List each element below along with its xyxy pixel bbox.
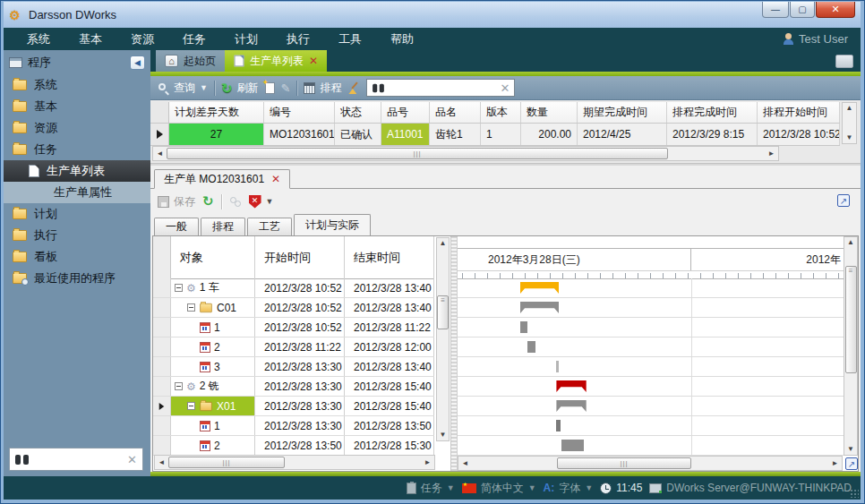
popout-icon[interactable]: ↗ bbox=[837, 194, 850, 207]
scroll-right-arrow[interactable]: ► bbox=[421, 458, 434, 466]
toolbar-search-clear-icon[interactable]: ✕ bbox=[501, 81, 510, 95]
table-hscroll-thumb[interactable]: ||| bbox=[168, 457, 285, 468]
grid-header-版本[interactable]: 版本 bbox=[481, 102, 521, 123]
status-task-button[interactable]: 任务 ▼ bbox=[407, 481, 455, 496]
font-dropdown-caret[interactable]: ▼ bbox=[585, 483, 593, 492]
gantt-vscroll-thumb[interactable]: ≡ bbox=[845, 266, 857, 373]
object-cell[interactable]: 1 bbox=[171, 416, 255, 435]
grid-header-计划差异天数[interactable]: 计划差异天数 bbox=[169, 102, 264, 123]
sidebar-item-执行[interactable]: 执行 bbox=[4, 225, 150, 246]
detail-tab[interactable]: 生产单 MO12031601 ✕ bbox=[154, 169, 290, 189]
table-horizontal-scrollbar[interactable]: ◄ ||| ► bbox=[154, 455, 435, 470]
grid-cell[interactable]: 200.00 bbox=[521, 124, 578, 145]
query-button[interactable]: 查询 ▼ bbox=[158, 81, 208, 96]
status-language-button[interactable]: 简体中文 ▼ bbox=[462, 481, 536, 496]
sidebar-search-input[interactable] bbox=[29, 452, 127, 466]
gantt-bar-task[interactable] bbox=[556, 361, 559, 372]
detail-refresh-icon[interactable]: ↻ bbox=[202, 195, 214, 208]
grid-hscroll-thumb[interactable]: ||| bbox=[167, 148, 668, 159]
expander-icon[interactable] bbox=[187, 402, 195, 410]
grid-cell[interactable]: 2012/3/28 10:52 bbox=[758, 124, 840, 145]
cancel-confirm-button[interactable]: ▼ bbox=[249, 195, 274, 209]
shield-dropdown-caret[interactable]: ▼ bbox=[266, 197, 274, 206]
window-list-icon[interactable] bbox=[835, 55, 853, 68]
object-cell[interactable]: ⚙1 车 bbox=[171, 278, 255, 297]
operation-row[interactable]: C012012/3/28 10:522012/3/28 13:40 bbox=[153, 298, 434, 318]
grid-horizontal-scrollbar[interactable]: ◄ ||| ► bbox=[152, 146, 779, 161]
scroll-right-arrow[interactable]: ► bbox=[765, 149, 778, 158]
task-dropdown-caret[interactable]: ▼ bbox=[447, 483, 455, 492]
save-button[interactable]: 保存 bbox=[158, 194, 195, 209]
gantt-bar-task[interactable] bbox=[520, 321, 527, 333]
grid-header-排程开始时间[interactable]: 排程开始时间 bbox=[758, 102, 840, 123]
close-button[interactable]: ✕ bbox=[816, 2, 855, 18]
object-cell[interactable]: 2 bbox=[171, 436, 255, 455]
subtab-排程[interactable]: 排程 bbox=[201, 218, 245, 235]
scroll-left-arrow[interactable]: ◄ bbox=[155, 458, 168, 466]
scroll-right-arrow[interactable]: ► bbox=[828, 459, 842, 467]
minimize-button[interactable]: — bbox=[762, 2, 789, 18]
object-cell[interactable]: ⚙2 铣 bbox=[171, 377, 255, 396]
scroll-left-arrow[interactable]: ◄ bbox=[153, 149, 167, 158]
sidebar-item-看板[interactable]: 看板 bbox=[4, 246, 150, 268]
user-indicator[interactable]: Test User bbox=[783, 32, 848, 46]
object-cell[interactable]: C01 bbox=[171, 298, 255, 317]
menu-item-执行[interactable]: 执行 bbox=[274, 31, 322, 47]
operation-row[interactable]: ⚙1 车2012/3/28 10:522012/3/28 13:40 bbox=[153, 278, 434, 298]
gantt-bar-task[interactable] bbox=[556, 420, 561, 431]
sidebar-item-基本[interactable]: 基本 bbox=[4, 96, 150, 117]
operation-row[interactable]: 32012/3/28 13:302012/3/28 13:40 bbox=[153, 357, 434, 377]
operation-row[interactable]: 22012/3/28 11:222012/3/28 12:00 bbox=[153, 337, 434, 357]
menu-item-系统[interactable]: 系统 bbox=[14, 31, 63, 47]
menu-item-计划[interactable]: 计划 bbox=[222, 31, 270, 47]
scroll-up-arrow[interactable]: ▲ bbox=[440, 239, 447, 248]
gantt-vertical-scrollbar[interactable]: ▲ ≡ ▼ bbox=[844, 236, 858, 456]
toolbar-search-box[interactable]: ✕ bbox=[366, 79, 515, 97]
menu-item-基本[interactable]: 基本 bbox=[66, 31, 115, 47]
edit-button[interactable]: ✎ bbox=[281, 81, 291, 95]
table-vscroll-thumb[interactable]: ≡ bbox=[437, 295, 449, 329]
scroll-down-arrow[interactable]: ▼ bbox=[846, 133, 853, 142]
grid-header-编号[interactable]: 编号 bbox=[264, 102, 335, 123]
gantt-hscroll-thumb[interactable]: ||| bbox=[557, 457, 691, 469]
sidebar-search-box[interactable]: ✕ bbox=[9, 448, 143, 471]
gantt-horizontal-scrollbar[interactable]: ◄ ||| ► bbox=[458, 456, 843, 471]
splitter-handle[interactable] bbox=[451, 236, 458, 471]
sidebar-item-最近使用的程序[interactable]: 最近使用的程序 bbox=[4, 268, 150, 289]
routing-icon[interactable] bbox=[229, 196, 242, 208]
expander-icon[interactable] bbox=[187, 303, 195, 312]
gantt-bar-task[interactable] bbox=[527, 341, 536, 353]
table-header-开始时间[interactable]: 开始时间 bbox=[255, 236, 345, 278]
object-cell[interactable]: X01 bbox=[171, 397, 255, 415]
maximize-button[interactable]: ▢ bbox=[790, 2, 815, 18]
schedule-button[interactable]: 排程 bbox=[304, 81, 341, 96]
sidebar-item-生产单属性[interactable]: 生产单属性 bbox=[4, 182, 150, 203]
scroll-up-arrow[interactable]: ▲ bbox=[847, 238, 854, 247]
tab-起始页[interactable]: ⌂起始页 bbox=[156, 50, 225, 72]
sidebar-item-任务[interactable]: 任务 bbox=[4, 139, 150, 160]
status-font-button[interactable]: A: 字体 ▼ bbox=[544, 481, 594, 496]
grid-header-品名[interactable]: 品名 bbox=[430, 102, 481, 123]
expander-icon[interactable] bbox=[175, 284, 183, 292]
grid-cell[interactable]: 2012/4/25 bbox=[578, 124, 667, 145]
object-cell[interactable]: 3 bbox=[171, 357, 255, 376]
operation-row[interactable]: ⚙2 铣2012/3/28 13:302012/3/28 15:40 bbox=[153, 377, 434, 397]
operation-row[interactable]: 12012/3/28 10:522012/3/28 11:22 bbox=[153, 318, 434, 337]
clean-button[interactable] bbox=[347, 81, 360, 94]
expander-icon[interactable] bbox=[175, 382, 183, 390]
subtab-计划与实际[interactable]: 计划与实际 bbox=[294, 214, 371, 235]
grid-cell[interactable]: MO12031601 bbox=[264, 124, 335, 145]
object-cell[interactable]: 1 bbox=[171, 318, 255, 337]
subtab-一般[interactable]: 一般 bbox=[154, 218, 199, 235]
table-header-对象[interactable]: 对象 bbox=[171, 236, 255, 278]
order-row[interactable]: 27MO12031601已确认A11001齿轮11200.002012/4/25… bbox=[150, 124, 840, 146]
grid-cell[interactable]: A11001 bbox=[381, 124, 430, 145]
grid-cell[interactable]: 2012/3/29 8:15 bbox=[667, 124, 758, 145]
sidebar-item-资源[interactable]: 资源 bbox=[4, 117, 150, 139]
sidebar-search-clear-icon[interactable]: ✕ bbox=[127, 453, 137, 466]
scroll-down-arrow[interactable]: ▼ bbox=[847, 445, 854, 454]
menu-item-任务[interactable]: 任务 bbox=[170, 31, 218, 47]
grid-header-状态[interactable]: 状态 bbox=[335, 102, 381, 123]
tab-生产单列表[interactable]: 生产单列表✕ bbox=[225, 50, 327, 72]
grid-vertical-scrollbar[interactable]: ▲ ▼ bbox=[842, 102, 857, 144]
